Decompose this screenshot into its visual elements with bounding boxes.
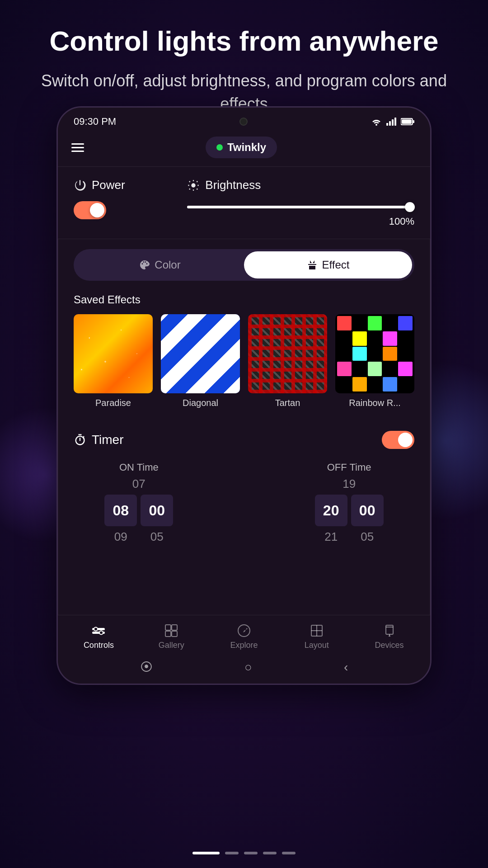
color-effect-section: Color Effect Saved Effects Paradise Diag… xyxy=(58,239,430,418)
menu-button[interactable] xyxy=(71,143,84,152)
brightness-label: Brightness xyxy=(205,178,261,192)
effect-name-diagonal: Diagonal xyxy=(183,398,218,408)
effect-name-rainbow: Rainbow R... xyxy=(349,398,401,408)
off-time-col: OFF Time 19 20 00 21 05 xyxy=(315,462,384,544)
effect-icon xyxy=(307,259,318,270)
effect-thumb-rainbow xyxy=(335,314,414,393)
effects-grid: Paradise Diagonal Tartan xyxy=(74,314,414,408)
system-nav: ⦿ ○ ‹ xyxy=(58,654,430,684)
power-icon xyxy=(74,179,86,192)
nav-controls[interactable]: Controls xyxy=(76,623,121,650)
off-min-block[interactable]: 00 xyxy=(351,495,384,526)
effect-thumb-paradise xyxy=(74,314,153,393)
effect-name-paradise: Paradise xyxy=(95,398,131,408)
effect-paradise[interactable]: Paradise xyxy=(74,314,153,408)
timer-icon xyxy=(74,434,86,446)
color-palette-icon xyxy=(139,259,150,270)
page-dot-2 xyxy=(225,852,239,854)
svg-point-11 xyxy=(99,631,103,635)
nav-layout[interactable]: Layout xyxy=(294,623,339,650)
svg-point-7 xyxy=(192,183,196,187)
on-hour-below: 09 xyxy=(104,530,137,544)
saved-effects-label: Saved Effects xyxy=(74,293,414,306)
tab-color[interactable]: Color xyxy=(76,251,244,278)
nav-explore[interactable]: Explore xyxy=(221,623,267,650)
layout-icon xyxy=(310,623,324,638)
top-bar: Twinkly xyxy=(58,132,430,167)
bottom-nav: Controls Gallery Explore xyxy=(58,615,430,684)
svg-rect-12 xyxy=(165,625,171,630)
back-button[interactable]: ‹ xyxy=(344,660,348,675)
off-hour-above: 19 xyxy=(343,477,356,491)
timer-label-text: Timer xyxy=(92,433,124,447)
effect-tartan[interactable]: Tartan xyxy=(248,314,327,408)
page-dot-4 xyxy=(263,852,277,854)
svg-rect-6 xyxy=(402,119,412,124)
online-indicator xyxy=(216,144,223,151)
power-toggle[interactable] xyxy=(74,201,106,219)
nav-devices-label: Devices xyxy=(375,641,404,650)
tab-effect[interactable]: Effect xyxy=(244,251,412,278)
on-min-below: 05 xyxy=(141,530,173,544)
nav-devices[interactable]: Devices xyxy=(367,623,412,650)
status-bar: 09:30 PM xyxy=(58,108,430,132)
signal-icon xyxy=(386,118,396,126)
recent-apps-button[interactable]: ⦿ xyxy=(140,660,153,675)
svg-rect-1 xyxy=(389,121,391,126)
on-hour-above: 07 xyxy=(132,477,145,491)
page-dot-1 xyxy=(192,852,220,854)
camera-notch xyxy=(239,118,248,126)
page-dot-3 xyxy=(244,852,258,854)
home-button[interactable]: ○ xyxy=(244,660,252,675)
effect-thumb-diagonal xyxy=(161,314,240,393)
phone-frame: 09:30 PM xyxy=(56,106,432,685)
effect-rainbow[interactable]: Rainbow R... xyxy=(335,314,414,408)
svg-rect-13 xyxy=(172,625,177,630)
explore-icon xyxy=(237,623,251,638)
devices-icon xyxy=(382,623,397,638)
brand-name: Twinkly xyxy=(227,141,266,154)
nav-explore-label: Explore xyxy=(230,641,258,650)
on-time-label: ON Time xyxy=(119,462,159,473)
effect-name-tartan: Tartan xyxy=(275,398,300,408)
svg-rect-14 xyxy=(165,631,171,637)
brightness-slider[interactable]: 100% xyxy=(187,201,414,227)
controls-icon xyxy=(91,623,106,638)
off-min-below: 05 xyxy=(351,530,384,544)
brightness-value: 100% xyxy=(187,216,414,227)
timer-toggle-thumb xyxy=(398,433,413,447)
toggle-thumb xyxy=(90,203,104,217)
tab-effect-label: Effect xyxy=(322,259,350,271)
off-hour-below: 21 xyxy=(315,530,347,544)
page-dots xyxy=(192,852,296,854)
svg-rect-3 xyxy=(394,118,396,126)
on-min-block[interactable]: 00 xyxy=(141,495,173,526)
power-label: Power xyxy=(92,178,125,192)
off-hour-block[interactable]: 20 xyxy=(315,495,347,526)
tab-color-label: Color xyxy=(155,259,180,271)
svg-point-10 xyxy=(94,627,98,631)
brand-pill[interactable]: Twinkly xyxy=(206,137,277,158)
page-dot-5 xyxy=(282,852,296,854)
timer-toggle[interactable] xyxy=(382,431,414,449)
svg-rect-15 xyxy=(172,631,177,637)
effect-diagonal[interactable]: Diagonal xyxy=(161,314,240,408)
on-hour-block[interactable]: 08 xyxy=(104,495,137,526)
svg-rect-5 xyxy=(413,120,414,123)
brightness-icon xyxy=(187,179,200,192)
nav-gallery[interactable]: Gallery xyxy=(149,623,194,650)
gallery-icon xyxy=(164,623,178,638)
timer-section: Timer ON Time 07 08 00 09 05 xyxy=(58,418,430,557)
nav-controls-label: Controls xyxy=(84,641,114,650)
svg-rect-0 xyxy=(386,123,388,126)
nav-gallery-label: Gallery xyxy=(159,641,184,650)
battery-icon xyxy=(401,118,414,125)
effect-thumb-tartan xyxy=(248,314,327,393)
tab-bar: Color Effect xyxy=(74,249,414,281)
nav-layout-label: Layout xyxy=(305,641,329,650)
page-title: Control lights from anywhere xyxy=(0,0,488,57)
status-time: 09:30 PM xyxy=(74,116,116,127)
off-time-label: OFF Time xyxy=(327,462,371,473)
on-time-col: ON Time 07 08 00 09 05 xyxy=(104,462,173,544)
wifi-icon xyxy=(371,118,382,126)
